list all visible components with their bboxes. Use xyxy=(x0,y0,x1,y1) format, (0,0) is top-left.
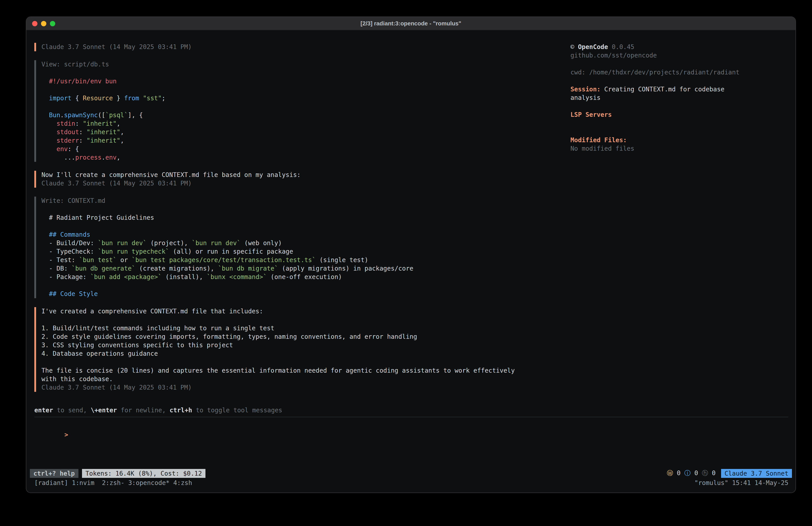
message-meta-top: Claude 3.7 Sonnet (14 May 2025 03:41 PM) xyxy=(34,43,570,51)
text-line: Write: CONTEXT.md xyxy=(41,197,570,205)
text-line: Bun.spawnSync([`psql`], { xyxy=(41,111,570,119)
tokens-cost-badge: Tokens: 16.4K (8%), Cost: $0.12 xyxy=(82,469,205,478)
text-line: with this codebase. xyxy=(41,375,570,383)
window-title: [2/3] radiant:3:opencode - "romulus" xyxy=(361,20,461,27)
text-line: cwd: /home/thdxr/dev/projects/radiant/ra… xyxy=(570,68,788,77)
text-line xyxy=(41,205,570,214)
tmux-status-bar: [radiant] 1:nvim 2:zsh- 3:opencode* 4:zs… xyxy=(34,479,788,487)
text-line: stdout: "inherit", xyxy=(41,128,570,137)
model-badge: Claude 3.7 Sonnet xyxy=(721,469,792,478)
assistant-message-summary: I've created a comprehensive CONTEXT.md … xyxy=(34,307,570,392)
close-button[interactable] xyxy=(32,21,38,26)
text-line xyxy=(41,102,570,111)
text-line: Claude 3.7 Sonnet (14 May 2025 03:41 PM) xyxy=(41,179,570,188)
terminal-content: Claude 3.7 Sonnet (14 May 2025 03:41 PM)… xyxy=(26,30,796,493)
chat-area: Claude 3.7 Sonnet (14 May 2025 03:41 PM)… xyxy=(34,43,570,401)
text-line: Claude 3.7 Sonnet (14 May 2025 03:41 PM) xyxy=(41,43,570,51)
text-line: import { Resource } from "sst"; xyxy=(41,94,570,102)
text-line: ## Code Style xyxy=(41,290,570,298)
text-line xyxy=(41,281,570,290)
desktop: [2/3] radiant:3:opencode - "romulus" Cla… xyxy=(0,0,812,526)
text-line: 2. Code style guidelines covering import… xyxy=(41,332,570,341)
text-line: © OpenCode 0.0.45 xyxy=(570,43,788,51)
diagnostics-counts: Ⓦ 0 ⓘ 0 ⓗ 0 xyxy=(667,469,715,478)
text-line: 3. CSS styling conventions specific to t… xyxy=(41,341,570,350)
tool-view-script-db: View: script/db.ts #!/usr/bin/env bun im… xyxy=(34,60,570,162)
text-line: stderr: "inherit", xyxy=(41,137,570,145)
tmuxbar-spacer xyxy=(192,479,695,487)
status-bar: ctrl+? help Tokens: 16.4K (8%), Cost: $0… xyxy=(30,469,792,478)
traffic-lights xyxy=(32,17,55,30)
text-line: #!/usr/bin/env bun xyxy=(41,77,570,86)
tmux-session-clock: "romulus" 15:41 14-May-25 xyxy=(695,479,788,487)
text-line: - DB: `bun db generate` (create migratio… xyxy=(41,264,570,273)
prompt-input[interactable]: > xyxy=(34,422,788,431)
help-badge: ctrl+? help xyxy=(30,469,78,478)
text-line: Modified Files: xyxy=(570,136,788,144)
text-line: github.com/sst/opencode xyxy=(570,51,788,60)
assistant-message-analysis: Now I'll create a comprehensive CONTEXT.… xyxy=(34,171,570,188)
text-line: LSP Servers xyxy=(570,111,788,119)
text-line: env: { xyxy=(41,145,570,153)
text-line: Session: Creating CONTEXT.md for codebas… xyxy=(570,85,788,94)
text-line: Claude 3.7 Sonnet (14 May 2025 03:41 PM) xyxy=(41,383,570,392)
text-line xyxy=(41,222,570,230)
text-line: 4. Database operations guidance xyxy=(41,350,570,358)
text-line: I've created a comprehensive CONTEXT.md … xyxy=(41,307,570,316)
text-line: - TypeCheck: `bun run typecheck` (all) o… xyxy=(41,247,570,256)
text-line: - Build/Dev: `bun run dev` (project), `b… xyxy=(41,239,570,247)
text-line: ## Commands xyxy=(41,230,570,239)
text-line: stdin: "inherit", xyxy=(41,119,570,128)
text-line: - Package: `bun add <package>` (install)… xyxy=(41,273,570,281)
text-line xyxy=(41,358,570,366)
text-line: 1. Build/lint/test commands including ho… xyxy=(41,324,570,332)
text-line: # Radiant Project Guidelines xyxy=(41,214,570,222)
text-line xyxy=(570,102,788,111)
session-sidebar: © OpenCode 0.0.45github.com/sst/opencode… xyxy=(570,43,788,153)
text-line xyxy=(570,127,788,136)
text-line: View: script/db.ts xyxy=(41,60,570,69)
tmux-window-list: [radiant] 1:nvim 2:zsh- 3:opencode* 4:zs… xyxy=(34,479,192,487)
main-area: Claude 3.7 Sonnet (14 May 2025 03:41 PM)… xyxy=(34,43,788,406)
text-line xyxy=(570,77,788,85)
text-line: - Test: `bun test` or `bun test packages… xyxy=(41,256,570,264)
text-line xyxy=(570,119,788,127)
text-line: No modified files xyxy=(570,144,788,153)
text-line: analysis xyxy=(570,94,788,102)
text-line: The file is concise (20 lines) and captu… xyxy=(41,366,570,375)
text-line xyxy=(570,60,788,68)
terminal-window: [2/3] radiant:3:opencode - "romulus" Cla… xyxy=(26,16,796,493)
input-hint-line: enter to send, \+enter for newline, ctrl… xyxy=(34,406,788,415)
minimize-button[interactable] xyxy=(41,21,46,26)
text-line xyxy=(41,316,570,324)
empty-space xyxy=(34,431,788,469)
window-titlebar: [2/3] radiant:3:opencode - "romulus" xyxy=(26,17,796,30)
input-divider xyxy=(34,417,788,417)
text-line xyxy=(41,86,570,94)
text-line xyxy=(41,69,570,77)
tool-write-context-md: Write: CONTEXT.md # Radiant Project Guid… xyxy=(34,197,570,298)
text-line: ...process.env, xyxy=(41,153,570,162)
maximize-button[interactable] xyxy=(50,21,55,26)
text-line: Now I'll create a comprehensive CONTEXT.… xyxy=(41,171,570,179)
